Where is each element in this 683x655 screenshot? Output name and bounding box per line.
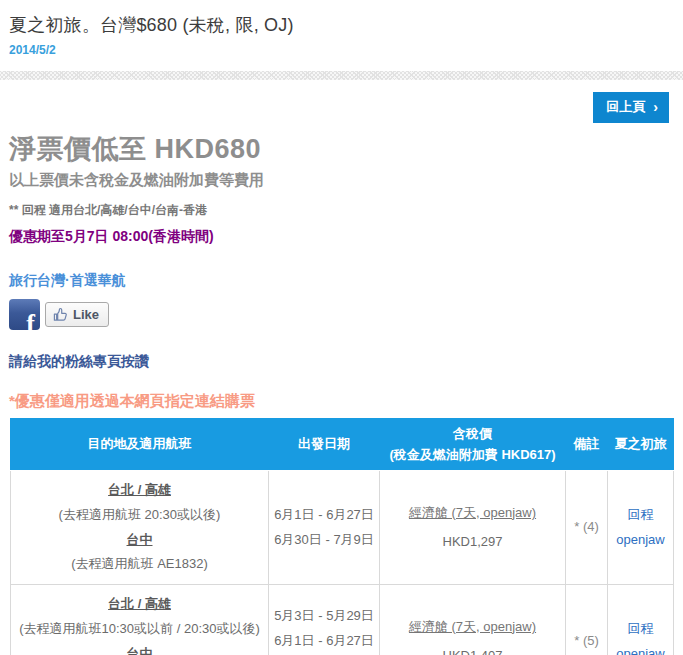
fan-page-link[interactable]: 旅行台灣·首選華航 bbox=[9, 272, 126, 290]
return-booking-link[interactable]: 回程 bbox=[610, 617, 671, 641]
fan-page-cta: 請給我的粉絲專頁按讚 bbox=[9, 353, 674, 371]
openjaw-booking-link[interactable]: openjaw bbox=[610, 642, 671, 655]
fare-class-link[interactable]: 經濟艙 (7天, openjaw) bbox=[409, 619, 536, 634]
col-header-promo: 夏之初旅 bbox=[608, 419, 674, 471]
col-header-price: 含稅價 (稅金及燃油附加費 HKD617) bbox=[380, 419, 566, 471]
promo-headline: 淨票價低至 HKD680 bbox=[9, 131, 674, 167]
post-header: 夏之初旅。台灣$680 (未稅, 限, OJ) 2014/5/2 bbox=[0, 0, 683, 57]
back-button-label: 回上頁 bbox=[606, 98, 645, 116]
destination-primary-note: (去程適用航班 20:30或以後) bbox=[13, 503, 266, 528]
col-header-remarks: 備註 bbox=[566, 419, 608, 471]
destination-secondary: 台中 bbox=[13, 642, 266, 655]
facebook-like-widget: f Like bbox=[9, 297, 674, 331]
back-button-row: 回上頁 › bbox=[0, 80, 683, 123]
facebook-logo-icon[interactable]: f bbox=[9, 299, 40, 330]
thumbs-up-icon bbox=[53, 307, 68, 322]
table-row: 台北 / 高雄 (去程適用航班10:30或以前 / 20:30或以後) 台中 (… bbox=[11, 585, 674, 655]
like-button-label: Like bbox=[73, 307, 99, 322]
post-date: 2014/5/2 bbox=[9, 43, 674, 57]
destination-cell: 台北 / 高雄 (去程適用航班 20:30或以後) 台中 (去程適用航班 AE1… bbox=[11, 471, 269, 585]
fare-class-link[interactable]: 經濟艙 (7天, openjaw) bbox=[409, 505, 536, 520]
return-booking-link[interactable]: 回程 bbox=[610, 503, 671, 527]
destination-primary: 台北 / 高雄 bbox=[13, 478, 266, 503]
total-price: HKD1,297 bbox=[382, 530, 563, 555]
departure-dates-cell: 6月1日 - 6月27日 6月30日 - 7月9日 bbox=[269, 471, 380, 585]
date-range: 6月30日 - 7月9日 bbox=[271, 528, 377, 553]
promo-section: 淨票價低至 HKD680 以上票價未含稅金及燃油附加費等費用 ** 回程 適用台… bbox=[0, 131, 683, 411]
date-range: 5月3日 - 5月29日 bbox=[271, 604, 377, 629]
restriction-note: *優惠僅適用透過本網頁指定連結購票 bbox=[9, 392, 674, 411]
remark-cell: * (5) bbox=[566, 585, 608, 655]
destination-secondary: 台中 bbox=[13, 528, 266, 553]
fare-table-header-row: 目的地及適用航班 出發日期 含稅價 (稅金及燃油附加費 HKD617) 備註 夏… bbox=[11, 419, 674, 471]
return-route-note: ** 回程 適用台北/高雄/台中/台南-香港 bbox=[9, 202, 674, 219]
fare-table: 目的地及適用航班 出發日期 含稅價 (稅金及燃油附加費 HKD617) 備註 夏… bbox=[10, 418, 674, 655]
destination-primary: 台北 / 高雄 bbox=[13, 592, 266, 617]
destination-secondary-note: (去程適用航班 AE1832) bbox=[13, 552, 266, 577]
price-cell: 經濟艙 (7天, openjaw) HKD1,297 bbox=[380, 471, 566, 585]
chevron-right-icon: › bbox=[653, 100, 658, 114]
fare-excludes-note: 以上票價未含稅金及燃油附加費等費用 bbox=[9, 171, 674, 190]
page-title: 夏之初旅。台灣$680 (未稅, 限, OJ) bbox=[9, 0, 674, 37]
total-price: HKD1,407 bbox=[382, 644, 563, 655]
date-range: 6月1日 - 6月27日 bbox=[271, 629, 377, 654]
date-range: 6月1日 - 6月27日 bbox=[271, 503, 377, 528]
destination-cell: 台北 / 高雄 (去程適用航班10:30或以前 / 20:30或以後) 台中 (… bbox=[11, 585, 269, 655]
back-button[interactable]: 回上頁 › bbox=[593, 92, 669, 123]
destination-primary-note: (去程適用航班10:30或以前 / 20:30或以後) bbox=[13, 617, 266, 642]
price-cell: 經濟艙 (7天, openjaw) HKD1,407 bbox=[380, 585, 566, 655]
remark-cell: * (4) bbox=[566, 471, 608, 585]
booking-links-cell: 回程 openjaw bbox=[608, 471, 674, 585]
promo-deadline: 優惠期至5月7日 08:00(香港時間) bbox=[9, 228, 674, 246]
table-row: 台北 / 高雄 (去程適用航班 20:30或以後) 台中 (去程適用航班 AE1… bbox=[11, 471, 674, 585]
col-header-destination: 目的地及適用航班 bbox=[11, 419, 269, 471]
facebook-like-button[interactable]: Like bbox=[45, 302, 109, 327]
hatched-divider bbox=[0, 71, 683, 80]
departure-dates-cell: 5月3日 - 5月29日 6月1日 - 6月27日 6月30日 - 7月9日 bbox=[269, 585, 380, 655]
booking-links-cell: 回程 openjaw bbox=[608, 585, 674, 655]
openjaw-booking-link[interactable]: openjaw bbox=[610, 528, 671, 552]
col-header-departure: 出發日期 bbox=[269, 419, 380, 471]
